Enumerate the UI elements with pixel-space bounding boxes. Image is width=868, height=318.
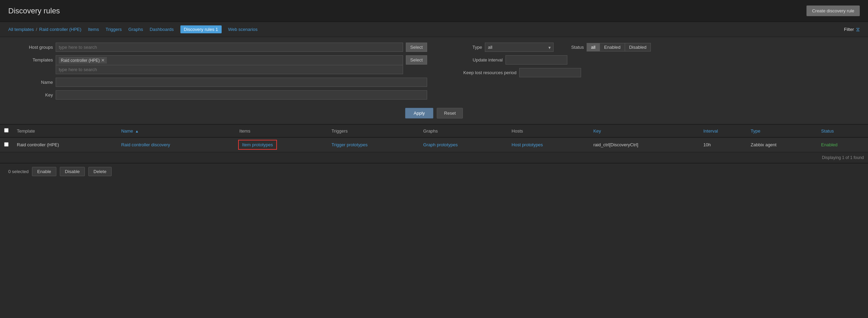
filter-panel: Host groups Select Templates Raid contro… bbox=[0, 37, 868, 125]
row-status-link[interactable]: Enabled bbox=[821, 142, 838, 147]
keep-lost-input[interactable] bbox=[519, 68, 581, 77]
nav-web-scenarios[interactable]: Web scenarios bbox=[228, 27, 258, 32]
create-discovery-rule-button[interactable]: Create discovery rule bbox=[806, 5, 860, 16]
page-header: Discovery rules Create discovery rule bbox=[0, 0, 868, 22]
filter-label: Filter bbox=[844, 27, 854, 32]
row-type-value: Zabbix agent bbox=[751, 142, 777, 147]
type-select[interactable]: all Zabbix agent Zabbix agent (active) S… bbox=[485, 43, 554, 52]
header-status[interactable]: Status bbox=[817, 125, 868, 137]
status-group: all Enabled Disabled bbox=[587, 43, 651, 52]
header-items: Items bbox=[235, 125, 327, 137]
header-name-label: Name bbox=[121, 128, 133, 134]
header-hosts-label: Hosts bbox=[512, 128, 523, 134]
table-footer: Displaying 1 of 1 found bbox=[0, 152, 868, 163]
filter-right: Type all Zabbix agent Zabbix agent (acti… bbox=[441, 43, 860, 100]
header-items-label: Items bbox=[240, 128, 251, 134]
row-key-value: raid_ctrl[DiscoveryCtrl] bbox=[593, 142, 638, 147]
templates-label: Templates bbox=[8, 55, 53, 63]
header-hosts: Hosts bbox=[508, 125, 589, 137]
display-count: Displaying 1 of 1 found bbox=[822, 155, 864, 160]
table-body: Raid controller (HPE) Raid controller di… bbox=[0, 137, 868, 152]
breadcrumb-sep: / bbox=[36, 27, 37, 32]
row-interval: 10h bbox=[699, 137, 747, 152]
status-disabled-button[interactable]: Disabled bbox=[625, 43, 651, 52]
nav-discovery-rules[interactable]: Discovery rules 1 bbox=[180, 25, 222, 33]
name-label: Name bbox=[8, 78, 53, 85]
header-key[interactable]: Key bbox=[589, 125, 699, 137]
apply-button[interactable]: Apply bbox=[405, 108, 434, 118]
host-prototypes-link[interactable]: Host prototypes bbox=[512, 142, 543, 147]
select-all-checkbox[interactable] bbox=[4, 128, 9, 133]
nav-all-templates[interactable]: All templates bbox=[8, 27, 34, 32]
header-row: Template Name ▲ Items Triggers Graphs Ho… bbox=[0, 125, 868, 137]
nav-discovery-rules-label: Discovery rules bbox=[184, 27, 214, 32]
discovery-rules-table: Template Name ▲ Items Triggers Graphs Ho… bbox=[0, 125, 868, 152]
templates-select-button[interactable]: Select bbox=[406, 55, 427, 65]
reset-button[interactable]: Reset bbox=[437, 108, 463, 118]
filter-toggle[interactable]: Filter ⧖ bbox=[844, 26, 860, 33]
nav-template-name[interactable]: Raid controller (HPE) bbox=[39, 27, 81, 32]
table-row: Raid controller (HPE) Raid controller di… bbox=[0, 137, 868, 152]
row-checkbox[interactable] bbox=[4, 142, 9, 147]
row-type: Zabbix agent bbox=[747, 137, 817, 152]
breadcrumb-sep2 bbox=[84, 27, 86, 32]
nav-bar: All templates / Raid controller (HPE) It… bbox=[0, 22, 868, 37]
header-type[interactable]: Type bbox=[747, 125, 817, 137]
host-groups-row: Host groups Select bbox=[8, 43, 427, 52]
sep7 bbox=[224, 27, 226, 32]
status-all-button[interactable]: all bbox=[587, 43, 600, 52]
header-graphs-label: Graphs bbox=[423, 128, 438, 134]
filter-icon: ⧖ bbox=[856, 26, 860, 33]
sep4 bbox=[124, 27, 126, 32]
row-items: Item prototypes bbox=[235, 137, 327, 152]
template-tag: Raid controller (HPE) ✕ bbox=[59, 57, 107, 64]
templates-row: Templates Raid controller (HPE) ✕ Select bbox=[8, 55, 427, 74]
sep6 bbox=[176, 27, 178, 32]
item-prototypes-link[interactable]: Item prototypes bbox=[240, 141, 276, 148]
header-triggers: Triggers bbox=[327, 125, 419, 137]
row-name: Raid controller discovery bbox=[117, 137, 235, 152]
name-input[interactable] bbox=[56, 78, 427, 87]
row-status: Enabled bbox=[817, 137, 868, 152]
nav-dashboards[interactable]: Dashboards bbox=[149, 27, 174, 32]
update-interval-input[interactable] bbox=[505, 55, 567, 65]
template-tag-remove[interactable]: ✕ bbox=[101, 58, 105, 63]
name-row: Name bbox=[8, 78, 427, 87]
disable-button[interactable]: Disable bbox=[60, 167, 85, 176]
type-select-wrap: all Zabbix agent Zabbix agent (active) S… bbox=[485, 43, 554, 52]
nav-triggers[interactable]: Triggers bbox=[105, 27, 122, 32]
row-triggers: Trigger prototypes bbox=[327, 137, 419, 152]
header-name[interactable]: Name ▲ bbox=[117, 125, 235, 137]
selected-count: 0 selected bbox=[8, 169, 29, 174]
keep-lost-row: Keep lost resources period bbox=[441, 68, 860, 77]
graph-prototypes-link[interactable]: Graph prototypes bbox=[423, 142, 457, 147]
row-template: Raid controller (HPE) bbox=[13, 137, 117, 152]
status-enabled-button[interactable]: Enabled bbox=[600, 43, 625, 52]
delete-button[interactable]: Delete bbox=[88, 167, 112, 176]
header-type-label: Type bbox=[751, 128, 760, 134]
row-name-link[interactable]: Raid controller discovery bbox=[121, 142, 170, 147]
host-groups-label: Host groups bbox=[8, 43, 53, 50]
update-interval-label: Update interval bbox=[441, 57, 503, 63]
template-field-wrap: Raid controller (HPE) ✕ bbox=[56, 55, 403, 74]
trigger-prototypes-link[interactable]: Trigger prototypes bbox=[332, 142, 368, 147]
filter-grid: Host groups Select Templates Raid contro… bbox=[8, 43, 860, 100]
host-groups-select-button[interactable]: Select bbox=[406, 43, 427, 52]
host-groups-input[interactable] bbox=[56, 43, 403, 52]
page-title: Discovery rules bbox=[8, 7, 60, 15]
keep-lost-label: Keep lost resources period bbox=[441, 70, 516, 75]
template-search-input[interactable] bbox=[56, 65, 403, 74]
nav-graphs[interactable]: Graphs bbox=[129, 27, 143, 32]
sort-arrow: ▲ bbox=[135, 129, 139, 133]
template-tag-row: Raid controller (HPE) ✕ bbox=[56, 55, 403, 65]
nav-items[interactable]: Items bbox=[88, 27, 99, 32]
header-checkbox-col bbox=[0, 125, 13, 137]
key-label: Key bbox=[8, 90, 53, 98]
type-label: Type bbox=[441, 45, 482, 50]
enable-button[interactable]: Enable bbox=[32, 167, 56, 176]
template-tag-label: Raid controller (HPE) bbox=[61, 58, 100, 63]
row-checkbox-cell bbox=[0, 137, 13, 152]
key-input[interactable] bbox=[56, 90, 427, 100]
header-interval-label: Interval bbox=[703, 128, 718, 134]
header-interval[interactable]: Interval bbox=[699, 125, 747, 137]
